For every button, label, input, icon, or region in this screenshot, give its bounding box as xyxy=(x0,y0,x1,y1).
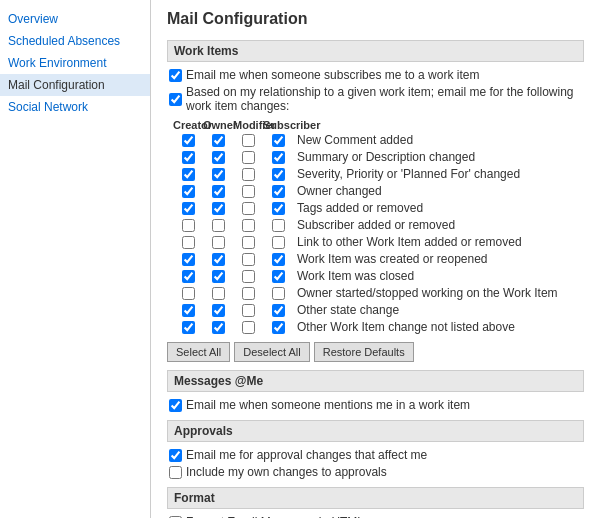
own-changes-row: Include my own changes to approvals xyxy=(167,465,584,479)
page-title: Mail Configuration xyxy=(167,10,584,28)
row-label: Link to other Work Item added or removed xyxy=(297,235,522,249)
subscriber-checkbox[interactable] xyxy=(272,202,285,215)
owner-checkbox[interactable] xyxy=(212,134,225,147)
creator-checkbox[interactable] xyxy=(182,151,195,164)
modifier-checkbox[interactable] xyxy=(242,219,255,232)
messages-section: Messages @Me Email me when someone menti… xyxy=(167,370,584,412)
row-label: New Comment added xyxy=(297,133,413,147)
subscriber-checkbox[interactable] xyxy=(272,236,285,249)
modifier-checkbox[interactable] xyxy=(242,202,255,215)
sidebar-item-scheduled-absences[interactable]: Scheduled Absences xyxy=(0,30,150,52)
table-row: Link to other Work Item added or removed xyxy=(167,235,584,249)
owner-checkbox[interactable] xyxy=(212,236,225,249)
table-row: Other state change xyxy=(167,303,584,317)
owner-checkbox[interactable] xyxy=(212,287,225,300)
creator-checkbox[interactable] xyxy=(182,219,195,232)
restore-defaults-button[interactable]: Restore Defaults xyxy=(314,342,414,362)
main-content: Mail Configuration Work Items Email me w… xyxy=(150,0,600,518)
sidebar-item-social-network[interactable]: Social Network xyxy=(0,96,150,118)
modifier-checkbox[interactable] xyxy=(242,253,255,266)
action-buttons: Select All Deselect All Restore Defaults xyxy=(167,342,584,362)
col-owner: Owner xyxy=(203,119,233,131)
mention-checkbox[interactable] xyxy=(169,399,182,412)
row-label: Work Item was created or reopened xyxy=(297,252,488,266)
format-header: Format xyxy=(167,487,584,509)
modifier-checkbox[interactable] xyxy=(242,151,255,164)
relationship-label: Based on my relationship to a given work… xyxy=(186,85,584,113)
subscriber-checkbox[interactable] xyxy=(272,134,285,147)
subscriber-checkbox[interactable] xyxy=(272,287,285,300)
row-label: Summary or Description changed xyxy=(297,150,475,164)
creator-checkbox[interactable] xyxy=(182,134,195,147)
top-checkboxes: Email me when someone subscribes me to a… xyxy=(167,68,584,113)
modifier-checkbox[interactable] xyxy=(242,270,255,283)
subscriber-checkbox[interactable] xyxy=(272,253,285,266)
approvals-section: Approvals Email me for approval changes … xyxy=(167,420,584,479)
creator-checkbox[interactable] xyxy=(182,287,195,300)
creator-checkbox[interactable] xyxy=(182,202,195,215)
subscriber-checkbox[interactable] xyxy=(272,219,285,232)
modifier-checkbox[interactable] xyxy=(242,236,255,249)
row-label: Owner started/stopped working on the Wor… xyxy=(297,286,558,300)
creator-checkbox[interactable] xyxy=(182,185,195,198)
modifier-checkbox[interactable] xyxy=(242,134,255,147)
owner-checkbox[interactable] xyxy=(212,219,225,232)
col-creator: Creator xyxy=(173,119,203,131)
row-label: Tags added or removed xyxy=(297,201,423,215)
modifier-cell xyxy=(233,134,263,147)
table-row: Tags added or removed xyxy=(167,201,584,215)
creator-checkbox[interactable] xyxy=(182,168,195,181)
table-row: Subscriber added or removed xyxy=(167,218,584,232)
owner-checkbox[interactable] xyxy=(212,202,225,215)
table-row: Summary or Description changed xyxy=(167,150,584,164)
table-row: Severity, Priority or 'Planned For' chan… xyxy=(167,167,584,181)
subscriber-checkbox[interactable] xyxy=(272,321,285,334)
own-changes-checkbox[interactable] xyxy=(169,466,182,479)
modifier-checkbox[interactable] xyxy=(242,287,255,300)
owner-checkbox[interactable] xyxy=(212,253,225,266)
modifier-checkbox[interactable] xyxy=(242,185,255,198)
subscriber-checkbox[interactable] xyxy=(272,270,285,283)
subscriber-checkbox[interactable] xyxy=(272,168,285,181)
subscriber-checkbox[interactable] xyxy=(272,304,285,317)
owner-checkbox[interactable] xyxy=(212,321,225,334)
relationship-check-row: Based on my relationship to a given work… xyxy=(167,85,584,113)
table-row: New Comment added xyxy=(167,133,584,147)
subscriber-cell xyxy=(263,134,293,147)
creator-checkbox[interactable] xyxy=(182,253,195,266)
creator-checkbox[interactable] xyxy=(182,321,195,334)
subscribe-label: Email me when someone subscribes me to a… xyxy=(186,68,479,82)
subscribe-checkbox[interactable] xyxy=(169,69,182,82)
creator-checkbox[interactable] xyxy=(182,270,195,283)
format-section: Format Format Email Messages in HTML xyxy=(167,487,584,518)
approval-changes-checkbox[interactable] xyxy=(169,449,182,462)
modifier-checkbox[interactable] xyxy=(242,168,255,181)
row-label: Work Item was closed xyxy=(297,269,414,283)
sidebar-item-overview[interactable]: Overview xyxy=(0,8,150,30)
subscriber-checkbox[interactable] xyxy=(272,151,285,164)
table-row: Owner changed xyxy=(167,184,584,198)
mention-label: Email me when someone mentions me in a w… xyxy=(186,398,470,412)
row-label: Other Work Item change not listed above xyxy=(297,320,515,334)
creator-checkbox[interactable] xyxy=(182,236,195,249)
table-row: Other Work Item change not listed above xyxy=(167,320,584,334)
modifier-checkbox[interactable] xyxy=(242,321,255,334)
table-row: Work Item was closed xyxy=(167,269,584,283)
owner-checkbox[interactable] xyxy=(212,151,225,164)
sidebar-item-work-environment[interactable]: Work Environment xyxy=(0,52,150,74)
modifier-checkbox[interactable] xyxy=(242,304,255,317)
own-changes-label: Include my own changes to approvals xyxy=(186,465,387,479)
deselect-all-button[interactable]: Deselect All xyxy=(234,342,309,362)
select-all-button[interactable]: Select All xyxy=(167,342,230,362)
owner-checkbox[interactable] xyxy=(212,270,225,283)
owner-checkbox[interactable] xyxy=(212,168,225,181)
creator-checkbox[interactable] xyxy=(182,304,195,317)
subscriber-checkbox[interactable] xyxy=(272,185,285,198)
creator-cell xyxy=(173,134,203,147)
relationship-checkbox[interactable] xyxy=(169,93,182,106)
row-label: Other state change xyxy=(297,303,399,317)
owner-checkbox[interactable] xyxy=(212,304,225,317)
owner-checkbox[interactable] xyxy=(212,185,225,198)
work-items-header: Work Items xyxy=(167,40,584,62)
col-modifier: Modifier xyxy=(233,119,263,131)
